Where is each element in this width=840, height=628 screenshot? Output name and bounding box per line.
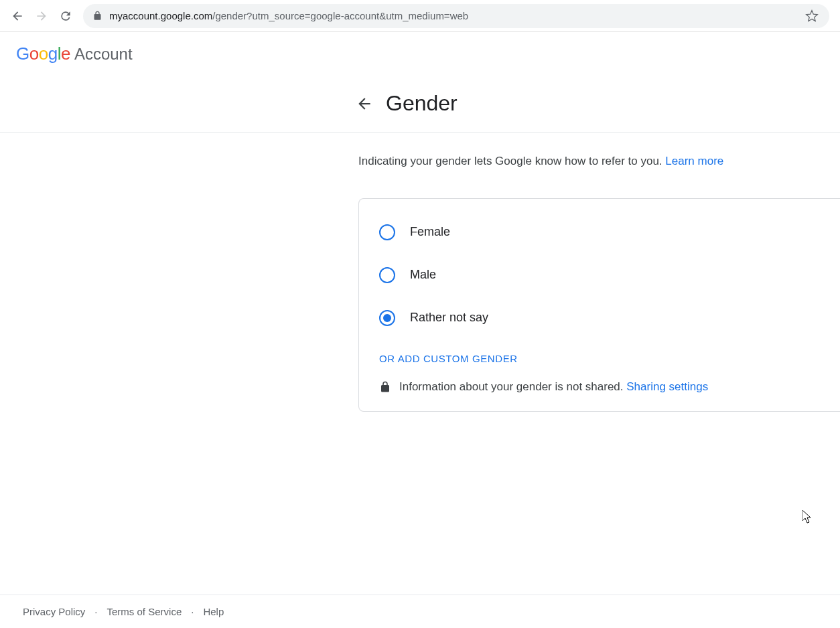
page-description: Indicating your gender lets Google know … (358, 153, 840, 170)
add-custom-gender-link[interactable]: Or add custom gender (379, 339, 820, 380)
lock-icon (379, 381, 391, 393)
radio-icon (379, 224, 395, 240)
page-back-button[interactable] (355, 94, 374, 113)
sharing-info: Information about your gender is not sha… (379, 380, 820, 394)
radio-label: Male (410, 268, 436, 282)
learn-more-link[interactable]: Learn more (665, 155, 723, 167)
radio-option-rather-not-say[interactable]: Rather not say (379, 297, 820, 339)
product-name: Account (74, 45, 133, 64)
page-title: Gender (386, 91, 458, 116)
radio-icon (379, 267, 395, 283)
footer: Privacy Policy · Terms of Service · Help (0, 595, 840, 628)
url-text: myaccount.google.com/gender?utm_source=g… (109, 10, 797, 21)
radio-option-male[interactable]: Male (379, 254, 820, 297)
reload-button[interactable] (54, 4, 78, 28)
sharing-info-text: Information about your gender is not sha… (399, 380, 626, 393)
footer-terms-link[interactable]: Terms of Service (107, 606, 182, 617)
google-account-logo[interactable]: Google Account (16, 44, 133, 64)
lock-icon (92, 11, 102, 21)
sharing-settings-link[interactable]: Sharing settings (626, 380, 708, 393)
radio-option-female[interactable]: Female (379, 211, 820, 254)
page-title-row: Gender (0, 75, 840, 133)
radio-icon (379, 310, 395, 326)
footer-privacy-link[interactable]: Privacy Policy (23, 606, 85, 617)
app-header: Google Account (0, 32, 840, 75)
bookmark-star-icon[interactable] (804, 8, 820, 24)
footer-help-link[interactable]: Help (203, 606, 224, 617)
back-button[interactable] (5, 4, 29, 28)
main-content: Indicating your gender lets Google know … (0, 133, 840, 412)
browser-toolbar: myaccount.google.com/gender?utm_source=g… (0, 0, 840, 32)
address-bar[interactable]: myaccount.google.com/gender?utm_source=g… (83, 4, 829, 28)
forward-button[interactable] (29, 4, 54, 28)
radio-label: Rather not say (410, 311, 488, 325)
arrow-left-icon (356, 95, 373, 112)
google-logo: Google (16, 44, 70, 64)
gender-card: Female Male Rather not say Or add custom… (358, 198, 840, 412)
radio-label: Female (410, 225, 450, 239)
cursor-icon (802, 510, 812, 524)
